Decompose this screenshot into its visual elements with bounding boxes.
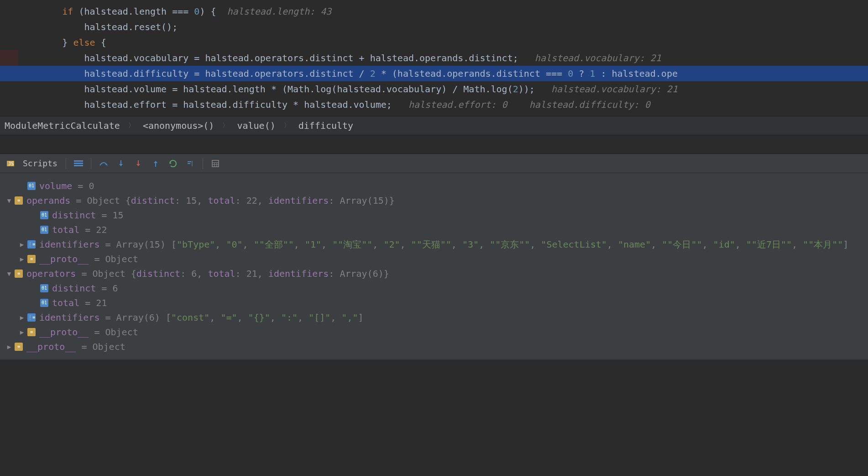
- svg-rect-4: [74, 165, 83, 166]
- chevron-right-icon: 〉: [222, 122, 229, 130]
- scripts-label: Scripts: [23, 159, 58, 168]
- var-operands[interactable]: ▼≡operands = Object {distinct: 15, total…: [2, 193, 866, 208]
- var-operators[interactable]: ▼≡operators = Object {distinct: 6, total…: [2, 266, 866, 281]
- frames-icon[interactable]: [72, 157, 85, 170]
- chevron-right-icon: 〉: [284, 122, 290, 130]
- var-operands-proto[interactable]: ▶≡__proto__ = Object: [2, 252, 866, 266]
- variables-tree[interactable]: ▶01volume = 0▼≡operands = Object {distin…: [0, 173, 868, 360]
- debug-panel: JS Scripts ▶01volume = 0▼≡operands: [0, 153, 868, 360]
- calculator-icon[interactable]: [209, 157, 222, 170]
- force-step-into-icon[interactable]: [131, 157, 145, 170]
- code-line[interactable]: halstead.difficulty = halstead.operators…: [0, 66, 868, 81]
- type-icon: ≡: [27, 255, 36, 263]
- step-out-icon[interactable]: [149, 157, 162, 170]
- run-to-cursor-icon[interactable]: [166, 157, 180, 170]
- code-editor[interactable]: if (halstead.length === 0) { halstead.le…: [0, 0, 868, 112]
- var-operands-identifiers[interactable]: ▶⋮≡identifiers = Array(15) ["bType", "0"…: [2, 237, 866, 252]
- var-volume[interactable]: ▶01volume = 0: [2, 179, 866, 193]
- chevron-icon[interactable]: ▶: [16, 325, 27, 339]
- evaluate-icon[interactable]: [183, 157, 197, 170]
- chevron-icon[interactable]: ▼: [4, 193, 15, 208]
- debug-toolbar: JS Scripts: [0, 154, 868, 173]
- code-line[interactable]: halstead.effort = halstead.difficulty * …: [0, 97, 868, 112]
- var-operands-total[interactable]: ▶01total = 22: [2, 222, 866, 237]
- var-operators-identifiers[interactable]: ▶⋮≡identifiers = Array(6) ["const", "=",…: [2, 310, 866, 325]
- chevron-icon[interactable]: ▶: [16, 252, 27, 266]
- var-proto[interactable]: ▶≡__proto__ = Object: [2, 339, 866, 354]
- var-operands-distinct[interactable]: ▶01distinct = 15: [2, 208, 866, 222]
- code-line[interactable]: halstead.vocabulary = halstead.operators…: [0, 50, 868, 66]
- type-icon: 01: [40, 284, 48, 292]
- type-icon: ≡: [15, 196, 23, 205]
- code-line[interactable]: } else {: [0, 35, 868, 50]
- code-line[interactable]: halstead.reset();: [0, 19, 868, 35]
- chevron-right-icon: 〉: [128, 122, 135, 130]
- svg-rect-2: [74, 160, 83, 162]
- code-line[interactable]: if (halstead.length === 0) { halstead.le…: [0, 4, 868, 19]
- var-operators-distinct[interactable]: ▶01distinct = 6: [2, 281, 866, 296]
- scripts-icon[interactable]: JS: [4, 157, 17, 170]
- svg-rect-3: [74, 163, 83, 164]
- type-icon: ≡: [15, 270, 23, 278]
- type-icon: ⋮≡: [27, 313, 36, 322]
- type-icon: ≡: [15, 343, 23, 351]
- chevron-icon[interactable]: ▶: [4, 339, 15, 354]
- breadcrumb-item[interactable]: value(): [237, 120, 275, 131]
- type-icon: 01: [27, 182, 36, 190]
- svg-text:JS: JS: [8, 161, 14, 166]
- type-icon: 01: [40, 226, 48, 234]
- breadcrumb-item[interactable]: <anonymous>(): [143, 120, 214, 131]
- chevron-icon[interactable]: ▼: [4, 266, 15, 281]
- chevron-icon[interactable]: ▶: [16, 237, 27, 252]
- type-icon: 01: [40, 211, 48, 219]
- breadcrumb: ModuleMetricCalculate〉<anonymous>()〉valu…: [0, 116, 868, 135]
- type-icon: 01: [40, 299, 48, 307]
- breadcrumb-item[interactable]: ModuleMetricCalculate: [5, 120, 120, 131]
- step-over-icon[interactable]: [97, 157, 110, 170]
- svg-rect-9: [212, 160, 219, 167]
- chevron-icon[interactable]: ▶: [16, 310, 27, 325]
- var-operators-proto[interactable]: ▶≡__proto__ = Object: [2, 325, 866, 339]
- breadcrumb-item[interactable]: difficulty: [298, 120, 353, 131]
- type-icon: ≡: [27, 328, 36, 336]
- code-line[interactable]: halstead.volume = halstead.length * (Mat…: [0, 81, 868, 97]
- step-into-icon[interactable]: [114, 157, 128, 170]
- var-operators-total[interactable]: ▶01total = 21: [2, 296, 866, 310]
- type-icon: ⋮≡: [27, 240, 36, 249]
